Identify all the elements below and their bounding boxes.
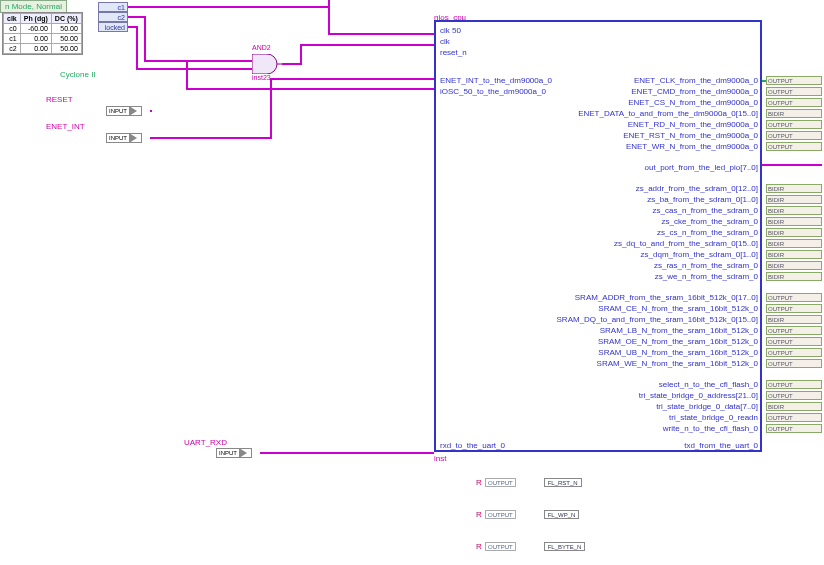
wire (328, 0, 330, 8)
uart-rxd-input[interactable]: INPUT (216, 448, 252, 458)
nios-port[interactable]: SRAM_CE_N_from_the_sram_16bit_512k_0 (598, 303, 758, 314)
wire (186, 60, 188, 90)
nios-port[interactable]: zs_dq_to_and_from_the_sdram_0[15..0] (614, 238, 758, 249)
enet-int-input[interactable]: INPUT (106, 133, 142, 143)
param-cell: 50.00 (51, 24, 81, 34)
enet-int-label: ENET_INT (46, 122, 85, 131)
nios-port[interactable]: zs_dqm_from_the_sdram_0[1..0] (641, 249, 758, 260)
nios-port[interactable]: SRAM_WE_N_from_the_sram_16bit_512k_0 (597, 358, 758, 369)
nios-port[interactable]: select_n_to_the_cfi_flash_0 (659, 379, 758, 390)
wire (144, 16, 146, 62)
output-pin[interactable]: OUTPUT (766, 326, 822, 335)
reset-input[interactable]: INPUT (106, 106, 142, 116)
nios-port-txd[interactable]: txd_from_the_uart_0 (684, 440, 758, 451)
nios-port[interactable]: ENET_CLK_from_the_dm9000a_0 (634, 75, 758, 86)
output-pin[interactable]: BIDIR (766, 250, 822, 259)
nios-port[interactable]: SRAM_ADDR_from_the_sram_16bit_512k_0[17.… (575, 292, 758, 303)
output-pin[interactable]: OUTPUT (766, 337, 822, 346)
nios-port[interactable]: zs_cke_from_the_sdram_0 (662, 216, 759, 227)
output-pin[interactable]: BIDIR (766, 272, 822, 281)
nios-port[interactable]: ENET_DATA_to_and_from_the_dm9000a_0[15..… (578, 108, 758, 119)
output-pin[interactable]: BIDIR (766, 217, 822, 226)
pll-param-table: clk Ph (dg) DC (%) c0 -60.00 50.00 c1 0.… (2, 12, 83, 55)
nios-port[interactable]: tri_state_bridge_0_readn (669, 412, 758, 423)
pin-arrow-icon (129, 106, 139, 116)
pll-port-c2[interactable]: c2 (98, 12, 128, 22)
input-pin-text: INPUT (109, 135, 127, 141)
output-pin[interactable]: OUTPUT (766, 391, 822, 400)
flash-output-row[interactable]: OUTPUT FL_WP_N (485, 510, 579, 519)
nios-port[interactable]: zs_ba_from_the_sdram_0[1..0] (647, 194, 758, 205)
wire (150, 137, 270, 139)
flash-r-label: R (476, 478, 482, 487)
nios-port-clk[interactable]: clk (440, 36, 450, 47)
nios-port[interactable]: write_n_to_the_cfi_flash_0 (663, 423, 758, 434)
output-pin[interactable]: BIDIR (766, 184, 822, 193)
nios-port[interactable]: SRAM_UB_N_from_the_sram_16bit_512k_0 (598, 347, 758, 358)
output-pin[interactable]: OUTPUT (766, 424, 822, 433)
nios-port-enet-int[interactable]: ENET_INT_to_the_dm9000a_0 (440, 75, 552, 86)
output-pin[interactable]: OUTPUT (766, 76, 822, 85)
output-pin[interactable]: BIDIR (766, 195, 822, 204)
nios-port[interactable]: ENET_RD_N_from_the_dm9000a_0 (628, 119, 758, 130)
output-pin[interactable]: OUTPUT (766, 348, 822, 357)
nios-port[interactable]: ENET_CMD_from_the_dm9000a_0 (631, 86, 758, 97)
nios-port-iosc[interactable]: iOSC_50_to_the_dm9000a_0 (440, 86, 546, 97)
output-pin[interactable]: OUTPUT (766, 142, 822, 151)
nios-port[interactable]: SRAM_DQ_to_and_from_the_sram_16bit_512k_… (557, 314, 758, 325)
output-pin[interactable]: OUTPUT (766, 120, 822, 129)
nios-port[interactable]: zs_ras_n_from_the_sdram_0 (654, 260, 758, 271)
nios-port-reset[interactable]: reset_n (440, 47, 467, 58)
wire (300, 44, 434, 46)
nios-port[interactable]: ENET_WR_N_from_the_dm9000a_0 (626, 141, 758, 152)
output-pin[interactable]: OUTPUT (766, 98, 822, 107)
wire (136, 26, 138, 70)
nios-port[interactable]: tri_state_bridge_0_data[7..0] (656, 401, 758, 412)
pll-port-c1[interactable]: c1 (98, 2, 128, 12)
wire (762, 80, 766, 82)
nios-port[interactable]: ENET_CS_N_from_the_dm9000a_0 (628, 97, 758, 108)
pll-port-locked[interactable]: locked (98, 22, 128, 32)
nios-port[interactable]: zs_cas_n_from_the_sdram_0 (653, 205, 758, 216)
output-pin[interactable]: OUTPUT (766, 293, 822, 302)
output-pin[interactable]: OUTPUT (766, 87, 822, 96)
output-pin[interactable]: OUTPUT (766, 413, 822, 422)
nios-port-led[interactable]: out_port_from_the_led_pio[7..0] (645, 162, 758, 173)
flash-output-row[interactable]: OUTPUT FL_RST_N (485, 478, 582, 487)
output-pin[interactable]: BIDIR (766, 228, 822, 237)
output-pin[interactable]: OUTPUT (485, 510, 516, 519)
reset-label: RESET (46, 95, 73, 104)
param-header: clk (4, 14, 21, 24)
nios-port-rxd[interactable]: rxd_to_the_uart_0 (440, 440, 505, 451)
wire (128, 6, 328, 8)
output-pin[interactable]: OUTPUT (766, 380, 822, 389)
nios-port[interactable]: zs_we_n_from_the_sdram_0 (655, 271, 758, 282)
flash-pin-label: FL_WP_N (544, 510, 580, 519)
wire (136, 68, 252, 70)
output-pin[interactable]: BIDIR (766, 109, 822, 118)
nios-port[interactable]: tri_state_bridge_0_address[21..0] (639, 390, 758, 401)
flash-output-row[interactable]: OUTPUT FL_BYTE_N (485, 542, 585, 551)
uart-rxd-label: UART_RXD (184, 438, 227, 447)
nios-port[interactable]: zs_cs_n_from_the_sdram_0 (657, 227, 758, 238)
nios-port[interactable]: zs_addr_from_the_sdram_0[12..0] (636, 183, 758, 194)
param-header: DC (%) (51, 14, 81, 24)
nios-inst: inst (434, 454, 446, 463)
output-pin[interactable]: BIDIR (766, 402, 822, 411)
output-pin[interactable]: BIDIR (766, 239, 822, 248)
flash-pin-label: FL_BYTE_N (544, 542, 586, 551)
nios-port[interactable]: SRAM_OE_N_from_the_sram_16bit_512k_0 (598, 336, 758, 347)
output-pin[interactable]: BIDIR (766, 315, 822, 324)
output-pin[interactable]: OUTPUT (766, 131, 822, 140)
output-pin[interactable]: OUTPUT (485, 478, 516, 487)
output-pin[interactable]: BIDIR (766, 261, 822, 270)
output-pin[interactable]: OUTPUT (485, 542, 516, 551)
input-pin-text: INPUT (219, 450, 237, 456)
output-pin[interactable]: BIDIR (766, 206, 822, 215)
and-gate[interactable] (252, 54, 282, 74)
nios-port[interactable]: SRAM_LB_N_from_the_sram_16bit_512k_0 (600, 325, 758, 336)
output-pin[interactable]: OUTPUT (766, 359, 822, 368)
nios-port-clk50[interactable]: clk 50 (440, 25, 461, 36)
nios-port[interactable]: ENET_RST_N_from_the_dm9000a_0 (623, 130, 758, 141)
output-pin[interactable]: OUTPUT (766, 304, 822, 313)
